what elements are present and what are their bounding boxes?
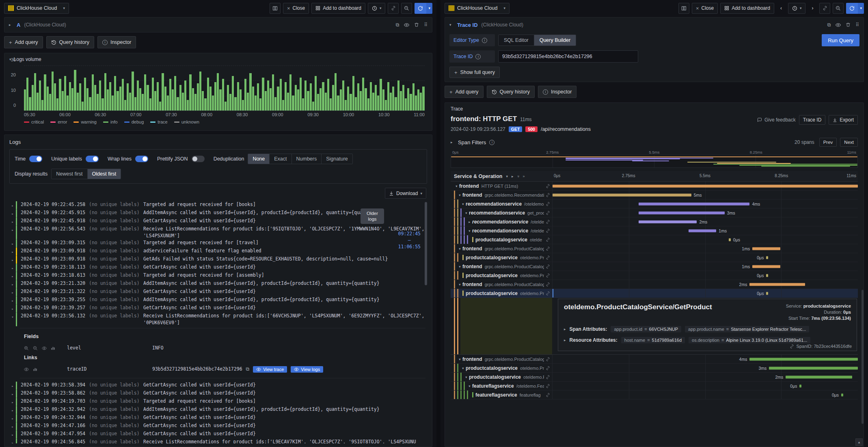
- legend-item-debug[interactable]: debug: [124, 119, 144, 124]
- expand-span-chevron[interactable]: ▸: [467, 220, 472, 224]
- toggle-visibility-icon[interactable]: [42, 346, 47, 351]
- expand-log-chevron[interactable]: ▸: [9, 382, 16, 390]
- logs-volume-title[interactable]: ▾ Logs volume: [9, 56, 427, 62]
- log-row[interactable]: ▸2024-02-19 09:24:32.944(no unique label…: [9, 414, 427, 422]
- query-history-button[interactable]: Query history: [487, 86, 535, 98]
- span-bar[interactable]: [841, 393, 843, 396]
- expand-log-chevron[interactable]: ▸: [9, 390, 16, 398]
- attribute-chip[interactable]: app.product.name=Starsense Explorer Refr…: [685, 326, 809, 332]
- copy-icon[interactable]: ⧉: [246, 366, 250, 373]
- span-row[interactable]: productcatalogserviceoteldemo.Produc0μs: [451, 289, 858, 298]
- span-name-cell[interactable]: ▾recommendationservice/otelde: [451, 226, 552, 235]
- legend-item-error[interactable]: error: [50, 119, 67, 124]
- run-query-button[interactable]: Run Query: [822, 34, 859, 46]
- log-row[interactable]: ▾2024-02-19 09:23:56.132(no unique label…: [9, 312, 427, 326]
- span-row[interactable]: productcatalogserviceotelde0μs: [451, 235, 858, 244]
- expand-log-chevron[interactable]: ▸: [9, 201, 16, 209]
- span-timeline-cell[interactable]: 3ms: [552, 364, 858, 372]
- expand-log-chevron[interactable]: ▸: [9, 296, 16, 304]
- span-link-icon[interactable]: [546, 202, 550, 206]
- span-row[interactable]: productcatalogserviceoteldemo.Produc0μs: [451, 253, 858, 262]
- span-name-cell[interactable]: ▾frontendgrpc.oteldemo.ProductCatalogSer…: [451, 262, 552, 271]
- view-logs-button[interactable]: View logs: [291, 366, 323, 373]
- span-bar[interactable]: [766, 292, 768, 295]
- trace-minimap[interactable]: 0μs2.75ms5.5ms8.25ms11ms: [451, 150, 858, 168]
- share-link-button[interactable]: [388, 3, 399, 14]
- legend-item-critical[interactable]: critical: [24, 119, 44, 124]
- span-name-cell[interactable]: ▸recommendationservice/otelde: [451, 217, 552, 226]
- datasource-picker[interactable]: ClickHouse Cloud ▾: [445, 3, 510, 14]
- span-link-icon[interactable]: [546, 273, 550, 278]
- field-stats-icon[interactable]: [51, 346, 55, 350]
- attribute-chip[interactable]: app.product.id=66VCHSJNUP: [611, 326, 681, 332]
- span-bar[interactable]: [749, 358, 858, 360]
- span-bar[interactable]: [689, 229, 716, 232]
- expand-log-chevron[interactable]: ▸: [9, 217, 16, 226]
- span-name-cell[interactable]: ▾frontendgrpc.oteldemo.ProductCatalogSer…: [451, 280, 552, 289]
- download-button[interactable]: Download▾: [385, 188, 426, 199]
- log-row[interactable]: ▸2024-02-19 09:24:56.845(no unique label…: [9, 438, 427, 443]
- span-bar[interactable]: [553, 193, 691, 196]
- span-row[interactable]: ▾frontendgrpc.oteldemo.ProductCatalogSer…: [451, 244, 858, 253]
- expand-log-chevron[interactable]: ▸: [9, 414, 16, 422]
- dedup-option[interactable]: Exact: [269, 154, 291, 164]
- span-row[interactable]: ▾featureflagservice/oteldemo.Fea0μs: [451, 382, 858, 391]
- span-row[interactable]: ▸recommendationservice/otelde2ms: [451, 217, 858, 226]
- export-button[interactable]: Export: [829, 115, 858, 125]
- span-timeline-cell[interactable]: 0μs: [552, 289, 858, 297]
- span-bar[interactable]: [639, 202, 749, 205]
- legend-item-unknown[interactable]: unknown: [174, 119, 199, 124]
- display-option[interactable]: Newest first: [52, 169, 87, 179]
- span-name-cell[interactable]: productcatalogserviceoteldemo.Produc: [451, 253, 552, 262]
- collapse-span-chevron[interactable]: ▾: [454, 184, 459, 188]
- add-query-button[interactable]: +Add query: [4, 36, 43, 48]
- span-timeline-cell[interactable]: 0μs: [552, 235, 858, 244]
- span-timeline-cell[interactable]: 0μs: [552, 382, 858, 390]
- span-link-icon[interactable]: [546, 384, 550, 388]
- span-timeline-cell[interactable]: 2ms: [552, 280, 858, 289]
- span-timeline-cell[interactable]: 1ms: [552, 226, 858, 235]
- expand-all-icon[interactable]: »: [523, 174, 525, 178]
- collapse-span-chevron[interactable]: ▾: [464, 375, 469, 379]
- span-link-icon[interactable]: [546, 237, 550, 242]
- expand-log-chevron[interactable]: ▸: [9, 438, 16, 443]
- span-bar[interactable]: [729, 238, 731, 241]
- editor-type-option[interactable]: Query Builder: [534, 35, 576, 46]
- span-link-icon[interactable]: [546, 246, 550, 251]
- span-name-cell[interactable]: productcatalogserviceotelde: [451, 235, 552, 244]
- log-row[interactable]: ▸2024-02-19 09:23:21.322(no unique label…: [9, 288, 427, 296]
- collapse-span-chevron[interactable]: ▾: [457, 282, 462, 286]
- log-row[interactable]: ▸2024-02-19 09:23:58.862(no unique label…: [9, 390, 427, 398]
- collapse-span-chevron[interactable]: ▾: [457, 265, 462, 269]
- datasource-picker[interactable]: ClickHouse Cloud ▾: [4, 3, 69, 14]
- span-bar[interactable]: [553, 184, 858, 187]
- span-timeline-cell[interactable]: 2ms: [552, 217, 858, 226]
- span-row[interactable]: ▾frontendgrpc.oteldemo.ProductCatalogSer…: [451, 262, 858, 271]
- span-name-cell[interactable]: ▾recommendationservice/oteldemo.Rec: [451, 200, 552, 208]
- give-feedback-button[interactable]: Give feedback: [757, 115, 796, 125]
- span-name-cell[interactable]: productcatalogserviceoteldemo.Produc: [451, 271, 552, 280]
- prev-span-button[interactable]: Prev: [819, 138, 837, 147]
- expand-log-chevron[interactable]: ▸: [9, 239, 16, 247]
- span-timeline-cell[interactable]: 2ms: [552, 373, 858, 381]
- log-row[interactable]: ▸2024-02-19 09:24:32.942(no unique label…: [9, 406, 427, 414]
- query-history-button[interactable]: Query history: [46, 36, 94, 48]
- log-row[interactable]: ▸2024-02-19 09:22:56.543(no unique label…: [9, 226, 427, 239]
- log-row[interactable]: ▸2024-02-19 09:23:39.255(no unique label…: [9, 296, 427, 304]
- span-row[interactable]: ▾productcatalogserviceoteldemo.Produc3ms: [451, 364, 858, 373]
- add-to-dashboard-button[interactable]: Add to dashboard: [311, 3, 365, 14]
- span-timeline-cell[interactable]: 5ms: [552, 191, 858, 199]
- expand-log-chevron[interactable]: ▸: [9, 430, 16, 438]
- collapse-span-chevron[interactable]: ▾: [457, 357, 462, 361]
- span-link-icon[interactable]: [546, 184, 550, 188]
- span-attributes-row[interactable]: ▸Span Attributes:app.product.id=66VCHSJN…: [564, 326, 851, 332]
- span-name-cell[interactable]: ▾frontendgrpc.oteldemo.ProductCatalogSer…: [451, 355, 552, 363]
- drag-handle-icon[interactable]: ⠿: [855, 22, 859, 28]
- query-row-header[interactable]: ▾ Trace ID (ClickHouse Cloud) ⧉ ⠿: [445, 17, 864, 32]
- resource-attributes-row[interactable]: ▸Resource Attributes:host.name=51d7989a6…: [564, 337, 851, 343]
- run-query-refresh-button[interactable]: ▾: [846, 3, 864, 14]
- span-bar[interactable]: [769, 367, 858, 369]
- hide-response-icon[interactable]: [836, 22, 841, 28]
- chevron-right-icon[interactable]: ▸: [451, 140, 455, 144]
- remove-query-icon[interactable]: [846, 22, 851, 27]
